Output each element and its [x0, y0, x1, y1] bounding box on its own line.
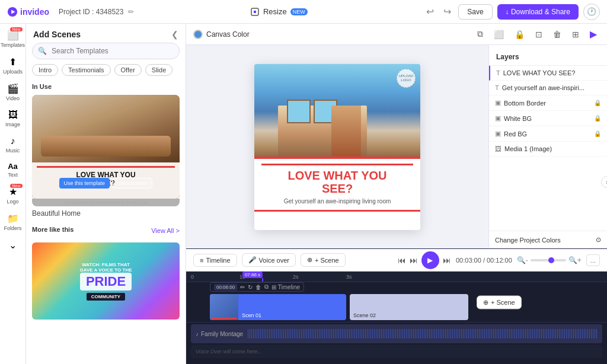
skip-end-button[interactable]: ⏭ — [443, 256, 451, 265]
timeline-icon: ≡ — [200, 257, 203, 264]
upload-logo[interactable]: UPLOAD LOGO — [397, 69, 416, 88]
search-input[interactable] — [32, 43, 180, 59]
delete-button[interactable]: 🗑 — [550, 27, 564, 41]
in-use-card[interactable]: LOVE WHAT YOUSEE? Use this template View… — [32, 95, 180, 206]
resize-button[interactable]: Resize NEW — [251, 7, 308, 16]
timeline-ruler: 0 1s 2s 3s 07:86 s — [186, 272, 607, 282]
templates-panel: Add Scenes ❮ 🔍 Intro Testimonials Offer … — [26, 24, 186, 364]
sidebar-item-templates[interactable]: New ⬜ Templates — [1, 26, 25, 52]
sidebar-item-video[interactable]: 🎬 Video — [1, 79, 25, 105]
video-icon: 🎬 — [7, 83, 19, 94]
grid-button[interactable]: ⊞ — [569, 27, 582, 41]
music-label: Music — [6, 148, 20, 154]
voiceover-button[interactable]: 🎤 Voice over — [242, 253, 296, 267]
skip-start-button[interactable]: ⏮ — [398, 256, 406, 265]
skip-clip-button[interactable]: ⏭ — [410, 256, 418, 265]
lock-icon-3: 🔒 — [594, 130, 601, 137]
text-icon: Aa — [8, 162, 18, 171]
canvas-container: Canvas Color ⧉ ⬜ 🔒 ⊡ 🗑 ⊞ ▶ — [186, 24, 607, 364]
undo-button[interactable]: ↩ — [424, 4, 436, 20]
image-layer-icon: 🖼 — [495, 145, 501, 152]
scene-label: + Scene — [315, 257, 339, 264]
layer-name-sub: Get yourself an awe-inspiri... — [502, 84, 601, 91]
scene-block-1[interactable]: Scen 01 — [210, 294, 346, 320]
layer-white-bg[interactable]: ▣ White BG 🔒 — [489, 111, 607, 126]
image-icon: 🖼 — [8, 110, 18, 120]
layer-love-text[interactable]: T LOVE WHAT YOU SEE? — [489, 66, 607, 81]
timeline-button[interactable]: ≡ Timeline — [193, 254, 237, 267]
copy-button[interactable]: ⧉ — [474, 27, 486, 41]
plus-icon: ⊕ — [307, 256, 312, 264]
play-preview-button[interactable]: ▶ — [587, 26, 600, 42]
collapse-button[interactable]: ❮ — [171, 30, 178, 39]
topbar: invideo Project ID : 4348523 ✏ Resize NE… — [0, 0, 607, 24]
canvas-color-button[interactable]: Canvas Color — [193, 30, 250, 39]
pride-watch: WATCH: FILMS THAT — [82, 262, 130, 267]
folders-label: Folders — [4, 225, 21, 231]
change-colors-icon: ⊙ — [596, 236, 601, 244]
download-button[interactable]: ↓ Download & Share — [497, 4, 579, 20]
more-timeline-button[interactable]: ... — [586, 254, 600, 266]
add-scene-inline[interactable]: ⊕ + Scene — [477, 295, 522, 309]
timeline-body: 0 1s 2s 3s 07:86 s 00:06:00 ✏ — [186, 272, 607, 364]
text-type-icon-2: T — [495, 84, 499, 91]
history-button[interactable]: 🕐 — [583, 4, 600, 20]
layer-red-bg[interactable]: ▣ Red BG 🔒 — [489, 126, 607, 142]
template-name: Beautiful Home — [32, 209, 180, 218]
refresh-scene-icon[interactable]: ↻ — [248, 284, 253, 290]
view-scenes-button[interactable]: View scenes — [112, 178, 152, 189]
zoom-out-button[interactable]: 🔍- — [517, 256, 528, 264]
lock-button[interactable]: 🔒 — [512, 27, 528, 41]
ruler-2s: 2s — [293, 274, 299, 280]
chip-testimonials[interactable]: Testimonials — [62, 64, 111, 76]
pride-gave: GAVE A VOICE TO THE — [79, 267, 132, 273]
redo-button[interactable]: ↪ — [441, 4, 453, 20]
change-project-colors[interactable]: Change Project Colors ⊙ — [489, 231, 607, 248]
templates-body: In Use LOVE WHAT YOUSEE? — [26, 81, 186, 364]
audio-track-name: Family Montage — [201, 331, 243, 337]
add-scene-btn[interactable]: ⊕ + Scene — [477, 295, 522, 309]
sidebar-item-music[interactable]: ♪ Music — [1, 132, 25, 157]
copy-scene-icon[interactable]: ⧉ — [264, 283, 269, 290]
image-label: Image — [5, 122, 20, 127]
sidebar-item-text[interactable]: Aa Text — [1, 158, 25, 181]
play-button[interactable]: ▶ — [421, 251, 439, 269]
layer-sub-text[interactable]: T Get yourself an awe-inspiri... — [489, 81, 607, 95]
pride-card[interactable]: WATCH: FILMS THAT GAVE A VOICE TO THE PR… — [32, 242, 180, 320]
layer-media-image[interactable]: 🖼 Media 1 (Image) — [489, 142, 607, 157]
play-controls: ⏮ ⏭ ▶ ⏭ — [398, 251, 451, 269]
delete-scene-icon[interactable]: 🗑 — [255, 284, 261, 290]
sidebar-item-logo[interactable]: New ★ Logo — [1, 183, 25, 208]
folders-icon: 📁 — [7, 213, 19, 224]
use-template-button[interactable]: Use this template — [59, 178, 110, 189]
canvas-frame[interactable]: UPLOAD LOGO LOVE WHAT YOUSEE? Get yourse… — [254, 64, 420, 230]
sidebar-item-folders[interactable]: 📁 Folders — [1, 209, 25, 235]
sidebar: New ⬜ Templates ⬆ Uploads 🎬 Video 🖼 Imag… — [0, 24, 26, 364]
sidebar-item-image[interactable]: 🖼 Image — [1, 106, 25, 131]
chip-intro[interactable]: Intro — [32, 64, 58, 76]
uploads-label: Uploads — [3, 69, 23, 75]
scene-block-2[interactable]: Scene 02 — [350, 294, 468, 320]
sidebar-item-more[interactable]: ⌄ — [1, 236, 25, 254]
shape-icon-2: ▣ — [495, 114, 501, 122]
chip-offer[interactable]: Offer — [114, 64, 142, 76]
view-all-link[interactable]: View All > — [151, 227, 180, 234]
crop-button[interactable]: ⊡ — [532, 27, 545, 41]
layer-bottom-border[interactable]: ▣ Bottom Border 🔒 — [489, 95, 607, 111]
save-button[interactable]: Save — [458, 4, 492, 20]
sidebar-item-uploads[interactable]: ⬆ Uploads — [1, 53, 25, 78]
timeline-area: ≡ Timeline 🎤 Voice over ⊕ + Scene ⏮ ⏭ ▶ … — [186, 248, 607, 364]
edit-scene-icon[interactable]: ✏ — [240, 284, 245, 290]
templates-new-badge: New — [10, 27, 22, 31]
edit-icon[interactable]: ✏ — [128, 8, 134, 16]
zoom-in-button[interactable]: 🔍+ — [568, 256, 582, 264]
chip-slide[interactable]: Slide — [145, 64, 172, 76]
paste-button[interactable]: ⬜ — [491, 27, 507, 41]
filter-chips: Intro Testimonials Offer Slide — [26, 64, 186, 81]
red-top-stripe — [261, 164, 413, 165]
color-swatch — [193, 30, 203, 39]
add-scene-button[interactable]: ⊕ + Scene — [301, 253, 346, 267]
canvas-sub-text: Get yourself an awe-inspiring living roo… — [261, 198, 413, 205]
zoom-slider[interactable] — [531, 259, 566, 261]
timeline-scene-icon[interactable]: ⊞ Timeline — [271, 284, 300, 290]
